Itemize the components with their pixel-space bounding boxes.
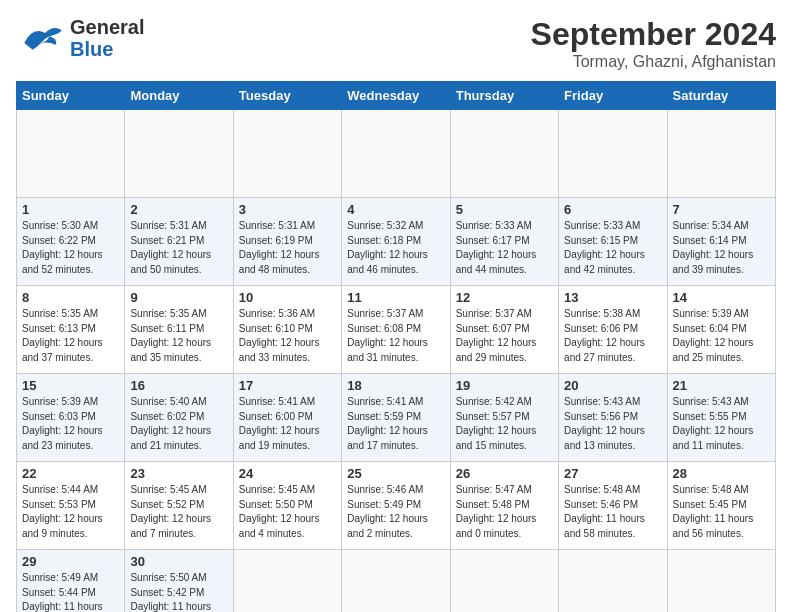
calendar-cell: 4Sunrise: 5:32 AM Sunset: 6:18 PM Daylig…	[342, 198, 450, 286]
calendar-cell: 1Sunrise: 5:30 AM Sunset: 6:22 PM Daylig…	[17, 198, 125, 286]
calendar-cell: 16Sunrise: 5:40 AM Sunset: 6:02 PM Dayli…	[125, 374, 233, 462]
day-detail: Sunrise: 5:33 AM Sunset: 6:15 PM Dayligh…	[564, 219, 661, 277]
day-number: 19	[456, 378, 553, 393]
calendar-week-row: 29Sunrise: 5:49 AM Sunset: 5:44 PM Dayli…	[17, 550, 776, 613]
day-number: 17	[239, 378, 336, 393]
calendar-cell: 9Sunrise: 5:35 AM Sunset: 6:11 PM Daylig…	[125, 286, 233, 374]
calendar-cell: 10Sunrise: 5:36 AM Sunset: 6:10 PM Dayli…	[233, 286, 341, 374]
logo-icon	[16, 18, 66, 58]
day-number: 21	[673, 378, 770, 393]
calendar-week-row	[17, 110, 776, 198]
day-number: 27	[564, 466, 661, 481]
calendar-cell: 25Sunrise: 5:46 AM Sunset: 5:49 PM Dayli…	[342, 462, 450, 550]
day-detail: Sunrise: 5:43 AM Sunset: 5:56 PM Dayligh…	[564, 395, 661, 453]
day-number: 15	[22, 378, 119, 393]
weekday-header-sunday: Sunday	[17, 82, 125, 110]
calendar-week-row: 8Sunrise: 5:35 AM Sunset: 6:13 PM Daylig…	[17, 286, 776, 374]
day-detail: Sunrise: 5:41 AM Sunset: 6:00 PM Dayligh…	[239, 395, 336, 453]
day-detail: Sunrise: 5:35 AM Sunset: 6:13 PM Dayligh…	[22, 307, 119, 365]
day-detail: Sunrise: 5:31 AM Sunset: 6:21 PM Dayligh…	[130, 219, 227, 277]
calendar-cell: 2Sunrise: 5:31 AM Sunset: 6:21 PM Daylig…	[125, 198, 233, 286]
day-number: 5	[456, 202, 553, 217]
day-number: 8	[22, 290, 119, 305]
day-number: 16	[130, 378, 227, 393]
day-detail: Sunrise: 5:32 AM Sunset: 6:18 PM Dayligh…	[347, 219, 444, 277]
calendar-table: SundayMondayTuesdayWednesdayThursdayFrid…	[16, 81, 776, 612]
calendar-cell	[450, 550, 558, 613]
location-title: Tormay, Ghazni, Afghanistan	[531, 53, 776, 71]
day-detail: Sunrise: 5:36 AM Sunset: 6:10 PM Dayligh…	[239, 307, 336, 365]
calendar-cell	[342, 550, 450, 613]
day-detail: Sunrise: 5:48 AM Sunset: 5:46 PM Dayligh…	[564, 483, 661, 541]
day-number: 1	[22, 202, 119, 217]
day-detail: Sunrise: 5:43 AM Sunset: 5:55 PM Dayligh…	[673, 395, 770, 453]
day-detail: Sunrise: 5:41 AM Sunset: 5:59 PM Dayligh…	[347, 395, 444, 453]
day-number: 10	[239, 290, 336, 305]
calendar-cell	[233, 550, 341, 613]
calendar-cell: 5Sunrise: 5:33 AM Sunset: 6:17 PM Daylig…	[450, 198, 558, 286]
weekday-header-friday: Friday	[559, 82, 667, 110]
day-detail: Sunrise: 5:47 AM Sunset: 5:48 PM Dayligh…	[456, 483, 553, 541]
title-area: September 2024 Tormay, Ghazni, Afghanist…	[531, 16, 776, 71]
day-detail: Sunrise: 5:33 AM Sunset: 6:17 PM Dayligh…	[456, 219, 553, 277]
day-detail: Sunrise: 5:39 AM Sunset: 6:03 PM Dayligh…	[22, 395, 119, 453]
logo-text: General Blue	[70, 16, 144, 60]
day-number: 18	[347, 378, 444, 393]
calendar-cell: 6Sunrise: 5:33 AM Sunset: 6:15 PM Daylig…	[559, 198, 667, 286]
calendar-cell: 27Sunrise: 5:48 AM Sunset: 5:46 PM Dayli…	[559, 462, 667, 550]
day-number: 9	[130, 290, 227, 305]
calendar-week-row: 1Sunrise: 5:30 AM Sunset: 6:22 PM Daylig…	[17, 198, 776, 286]
day-number: 12	[456, 290, 553, 305]
weekday-header-thursday: Thursday	[450, 82, 558, 110]
calendar-cell	[125, 110, 233, 198]
calendar-cell: 24Sunrise: 5:45 AM Sunset: 5:50 PM Dayli…	[233, 462, 341, 550]
calendar-cell: 8Sunrise: 5:35 AM Sunset: 6:13 PM Daylig…	[17, 286, 125, 374]
calendar-week-row: 22Sunrise: 5:44 AM Sunset: 5:53 PM Dayli…	[17, 462, 776, 550]
day-detail: Sunrise: 5:30 AM Sunset: 6:22 PM Dayligh…	[22, 219, 119, 277]
day-detail: Sunrise: 5:37 AM Sunset: 6:08 PM Dayligh…	[347, 307, 444, 365]
day-number: 28	[673, 466, 770, 481]
day-number: 13	[564, 290, 661, 305]
calendar-body: 1Sunrise: 5:30 AM Sunset: 6:22 PM Daylig…	[17, 110, 776, 613]
day-detail: Sunrise: 5:34 AM Sunset: 6:14 PM Dayligh…	[673, 219, 770, 277]
weekday-header-tuesday: Tuesday	[233, 82, 341, 110]
day-number: 3	[239, 202, 336, 217]
calendar-cell	[450, 110, 558, 198]
day-number: 2	[130, 202, 227, 217]
day-detail: Sunrise: 5:42 AM Sunset: 5:57 PM Dayligh…	[456, 395, 553, 453]
day-number: 11	[347, 290, 444, 305]
day-detail: Sunrise: 5:31 AM Sunset: 6:19 PM Dayligh…	[239, 219, 336, 277]
calendar-week-row: 15Sunrise: 5:39 AM Sunset: 6:03 PM Dayli…	[17, 374, 776, 462]
calendar-cell: 12Sunrise: 5:37 AM Sunset: 6:07 PM Dayli…	[450, 286, 558, 374]
day-detail: Sunrise: 5:49 AM Sunset: 5:44 PM Dayligh…	[22, 571, 119, 612]
day-number: 14	[673, 290, 770, 305]
day-number: 29	[22, 554, 119, 569]
calendar-cell: 22Sunrise: 5:44 AM Sunset: 5:53 PM Dayli…	[17, 462, 125, 550]
calendar-cell	[342, 110, 450, 198]
calendar-cell: 19Sunrise: 5:42 AM Sunset: 5:57 PM Dayli…	[450, 374, 558, 462]
day-number: 26	[456, 466, 553, 481]
day-detail: Sunrise: 5:45 AM Sunset: 5:52 PM Dayligh…	[130, 483, 227, 541]
day-number: 22	[22, 466, 119, 481]
day-number: 24	[239, 466, 336, 481]
calendar-cell: 3Sunrise: 5:31 AM Sunset: 6:19 PM Daylig…	[233, 198, 341, 286]
day-detail: Sunrise: 5:37 AM Sunset: 6:07 PM Dayligh…	[456, 307, 553, 365]
day-detail: Sunrise: 5:44 AM Sunset: 5:53 PM Dayligh…	[22, 483, 119, 541]
calendar-cell: 26Sunrise: 5:47 AM Sunset: 5:48 PM Dayli…	[450, 462, 558, 550]
calendar-header-row: SundayMondayTuesdayWednesdayThursdayFrid…	[17, 82, 776, 110]
calendar-cell: 28Sunrise: 5:48 AM Sunset: 5:45 PM Dayli…	[667, 462, 775, 550]
calendar-cell	[17, 110, 125, 198]
calendar-cell: 23Sunrise: 5:45 AM Sunset: 5:52 PM Dayli…	[125, 462, 233, 550]
calendar-cell: 14Sunrise: 5:39 AM Sunset: 6:04 PM Dayli…	[667, 286, 775, 374]
day-detail: Sunrise: 5:46 AM Sunset: 5:49 PM Dayligh…	[347, 483, 444, 541]
weekday-header-wednesday: Wednesday	[342, 82, 450, 110]
day-detail: Sunrise: 5:50 AM Sunset: 5:42 PM Dayligh…	[130, 571, 227, 612]
day-detail: Sunrise: 5:40 AM Sunset: 6:02 PM Dayligh…	[130, 395, 227, 453]
day-detail: Sunrise: 5:38 AM Sunset: 6:06 PM Dayligh…	[564, 307, 661, 365]
weekday-header-monday: Monday	[125, 82, 233, 110]
calendar-cell: 18Sunrise: 5:41 AM Sunset: 5:59 PM Dayli…	[342, 374, 450, 462]
weekday-header-saturday: Saturday	[667, 82, 775, 110]
day-number: 25	[347, 466, 444, 481]
calendar-cell: 17Sunrise: 5:41 AM Sunset: 6:00 PM Dayli…	[233, 374, 341, 462]
day-number: 4	[347, 202, 444, 217]
